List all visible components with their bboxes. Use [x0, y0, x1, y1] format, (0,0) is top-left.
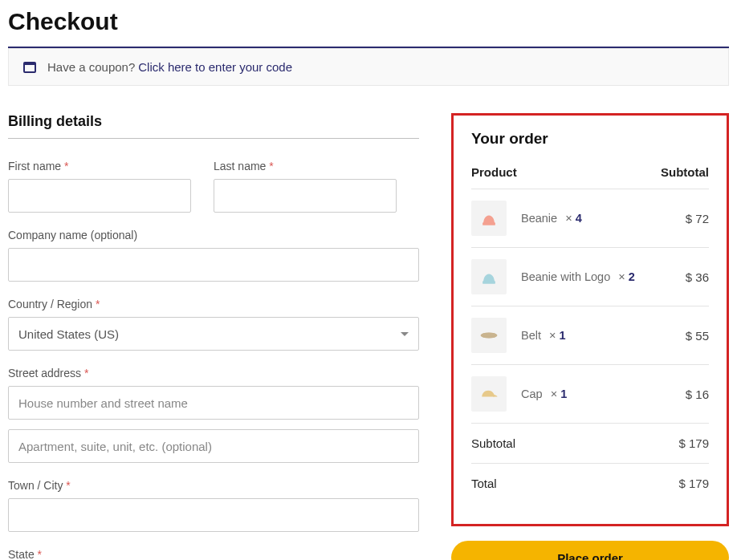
coupon-link[interactable]: Click here to enter your code [138, 60, 292, 74]
place-order-button[interactable]: Place order [451, 541, 729, 560]
country-value: United States (US) [18, 327, 119, 341]
order-item-qty: × 1 [548, 388, 568, 400]
coupon-banner: Have a coupon? Click here to enter your … [8, 48, 729, 86]
order-summary-column: Your order Product Subtotal Beanie × 4$ … [451, 113, 729, 560]
order-header-product: Product [471, 165, 517, 179]
order-item-price: $ 55 [686, 329, 709, 343]
total-label: Total [471, 477, 497, 490]
order-item: Belt × 1$ 55 [471, 306, 709, 365]
product-thumbnail [471, 201, 507, 236]
town-input[interactable] [8, 498, 419, 532]
street1-input[interactable] [8, 386, 419, 420]
order-item-name: Beanie [521, 212, 557, 225]
state-label: State * [8, 548, 419, 560]
country-label: Country / Region * [8, 298, 419, 310]
product-thumbnail [471, 259, 507, 294]
street2-input[interactable] [8, 429, 419, 463]
order-header-row: Product Subtotal [471, 165, 709, 189]
country-field-wrap: Country / Region * United States (US) [8, 298, 419, 351]
first-name-input[interactable] [8, 179, 191, 213]
order-item-name-wrap: Beanie × 4 [521, 212, 686, 225]
svg-rect-0 [483, 222, 495, 225]
order-item-qty: × 2 [615, 270, 635, 283]
order-item-name: Belt [521, 329, 541, 342]
order-item-name-wrap: Belt × 1 [521, 329, 686, 342]
product-thumbnail [471, 318, 507, 353]
order-item-name-wrap: Beanie with Logo × 2 [521, 270, 686, 283]
total-row: Total $ 179 [471, 464, 709, 503]
order-item-price: $ 36 [686, 270, 709, 284]
first-name-field-wrap: First name * [8, 160, 191, 213]
street-label: Street address * [8, 367, 419, 379]
last-name-input[interactable] [214, 179, 397, 213]
subtotal-value: $ 179 [678, 436, 709, 450]
page-title: Checkout [8, 8, 729, 35]
chevron-down-icon [401, 332, 409, 336]
subtotal-row: Subtotal $ 179 [471, 424, 709, 464]
street-field-wrap: Street address * [8, 367, 419, 463]
order-panel: Your order Product Subtotal Beanie × 4$ … [451, 113, 729, 526]
order-item-name-wrap: Cap × 1 [521, 388, 686, 400]
total-value: $ 179 [678, 477, 709, 490]
order-item-name: Beanie with Logo [521, 270, 610, 283]
company-field-wrap: Company name (optional) [8, 229, 419, 282]
order-item: Beanie with Logo × 2$ 36 [471, 248, 709, 306]
product-thumbnail [471, 376, 507, 412]
town-label: Town / City * [8, 479, 419, 492]
subtotal-label: Subtotal [471, 436, 515, 450]
coupon-question: Have a coupon? [47, 60, 135, 74]
first-name-label: First name * [8, 160, 191, 172]
order-item-price: $ 16 [686, 388, 709, 401]
order-item-price: $ 72 [686, 212, 709, 225]
order-header-subtotal: Subtotal [661, 165, 709, 179]
order-item: Beanie × 4$ 72 [471, 189, 709, 248]
order-item: Cap × 1$ 16 [471, 365, 709, 424]
billing-title: Billing details [8, 113, 419, 139]
town-field-wrap: Town / City * [8, 479, 419, 532]
last-name-field-wrap: Last name * [214, 160, 397, 213]
order-title: Your order [471, 130, 709, 148]
order-item-qty: × 1 [546, 329, 566, 342]
last-name-label: Last name * [214, 160, 397, 172]
svg-rect-1 [483, 281, 495, 284]
company-input[interactable] [8, 248, 419, 282]
order-item-qty: × 4 [562, 212, 582, 225]
state-field-wrap: State * Select an option... [8, 548, 419, 560]
billing-section: Billing details First name * Last name *… [8, 113, 419, 560]
company-label: Company name (optional) [8, 229, 419, 241]
order-item-name: Cap [521, 388, 543, 400]
coupon-icon [23, 62, 36, 73]
country-select[interactable]: United States (US) [8, 317, 419, 351]
